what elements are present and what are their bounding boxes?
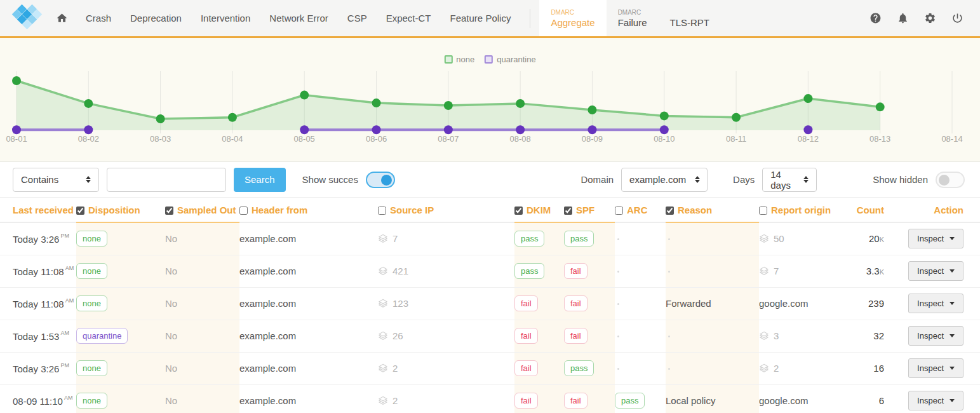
cell-disposition: none [76,287,165,320]
tab-tls-rpt[interactable]: TLS-RPT [658,0,721,36]
legend-item-none[interactable]: none [444,55,474,64]
inspect-button[interactable]: Inspect [908,391,963,410]
cell-source-ip: 2 [378,352,514,384]
app-logo[interactable] [0,0,46,36]
empty-value-dash [617,303,619,305]
cell-dkim: fail [514,320,564,352]
cell-count: 32 [845,320,902,352]
inspect-label: Inspect [917,396,944,405]
table-row: Today 11:08AMnoneNoexample.com123failfai… [0,287,980,320]
cell-action: Inspect [902,352,980,384]
last-received-time: Today 11:08 [13,266,64,277]
cell-source-ip: 7 [378,222,514,255]
column-toggle-checkbox-reason[interactable] [666,207,674,215]
nav-item-intervention[interactable]: Intervention [201,13,250,24]
home-icon[interactable] [56,12,68,24]
cell-action: Inspect [902,384,980,413]
last-received-time: Today 3:26 [13,363,59,374]
tab-aggregate[interactable]: DMARCAggregate [539,0,606,36]
cell-header-from: example.com [239,320,378,352]
column-toggle-checkbox-arc[interactable] [615,207,623,215]
cell-spf: pass [564,352,615,384]
cell-arc [615,287,666,320]
notifications-icon[interactable] [897,12,909,24]
cell-header-from: example.com [239,255,378,287]
nav-item-crash[interactable]: Crash [86,13,111,24]
sampled-out-value: No [165,233,177,244]
status-badge: none [76,360,107,376]
cell-last-received: 08-09 11:10AM [0,384,76,413]
column-toggle-checkbox-dkim[interactable] [514,207,523,215]
domain-select[interactable]: example.com [621,168,708,192]
reason-value: Forwarded [666,298,711,309]
match-type-value: Contains [21,174,58,185]
empty-value-dash [617,238,619,240]
inspect-button[interactable]: Inspect [908,229,963,248]
show-hidden-toggle[interactable] [936,172,965,188]
column-toggle-checkbox-sampled-out[interactable] [165,207,173,215]
cell-reason [666,320,759,352]
cell-dkim: fail [514,352,564,384]
inspect-button[interactable]: Inspect [908,358,963,378]
column-toggle-checkbox-header-from[interactable] [239,207,248,215]
inspect-button[interactable]: Inspect [908,261,963,281]
column-toggle-checkbox-spf[interactable] [564,207,572,215]
column-toggle-checkbox-report-origin[interactable] [759,207,767,215]
cell-spf: fail [564,287,615,320]
source-ip-count: 7 [393,233,398,244]
column-header-last-received: Last received [0,198,76,222]
table-row: Today 3:26PMnoneNoexample.com7passpass50… [0,222,980,255]
column-toggle-checkbox-source-ip[interactable] [378,207,386,215]
legend-item-quarantine[interactable]: quarantine [485,55,535,64]
days-select[interactable]: 14 days [762,168,817,192]
nav-item-feature-policy[interactable]: Feature Policy [450,13,511,24]
report-origin-count: 3 [774,330,779,341]
empty-value-dash [668,368,670,370]
nav-item-network-error[interactable]: Network Error [269,13,328,24]
help-icon[interactable] [869,12,882,24]
report-origin-count: 50 [774,233,784,244]
cell-action: Inspect [902,222,980,255]
column-header-action: Action [902,198,980,222]
logo-heart-icon [14,5,39,30]
show-success-toggle[interactable] [366,172,395,188]
legend-label: none [456,55,474,64]
cell-spf: pass [564,222,615,255]
cell-count: 16 [845,352,902,384]
cell-source-ip: 2 [378,384,514,413]
cell-dkim: fail [514,287,564,320]
settings-icon[interactable] [924,12,936,24]
inspect-button[interactable]: Inspect [908,326,963,346]
source-ip-count: 421 [393,266,408,276]
header-from-value: example.com [239,363,296,374]
svg-text:08-01: 08-01 [6,134,27,144]
header-from-value: example.com [239,266,296,276]
cell-last-received: Today 11:08AM [0,287,76,320]
count-value: 3.3 [866,266,880,276]
source-ip-count: 2 [393,395,398,406]
domain-value: example.com [629,174,686,185]
cell-count: 3.3K [845,255,902,287]
cell-arc [615,320,666,352]
column-label: DKIM [527,205,551,215]
cell-last-received: Today 11:08AM [0,255,76,287]
last-received-time: Today 3:26 [13,234,59,245]
status-badge: fail [514,328,538,344]
nav-item-expect-ct[interactable]: Expect-CT [386,13,431,24]
search-input[interactable] [107,168,226,192]
cell-arc [615,255,666,287]
status-badge: pass [514,263,544,279]
column-header-reason: Reason [666,198,759,222]
inspect-button[interactable]: Inspect [908,294,963,313]
column-toggle-checkbox-disposition[interactable] [76,207,84,215]
cell-report-origin: 7 [759,255,845,287]
column-label: Last received [13,205,74,215]
power-icon[interactable] [951,12,963,24]
svg-text:08-08: 08-08 [510,134,531,144]
nav-item-deprecation[interactable]: Deprecation [130,13,182,24]
tab-failure[interactable]: DMARCFailure [607,0,659,36]
nav-item-csp[interactable]: CSP [347,13,367,24]
search-button[interactable]: Search [234,168,286,192]
tab-caption [669,9,709,17]
match-type-select[interactable]: Contains [13,168,99,192]
